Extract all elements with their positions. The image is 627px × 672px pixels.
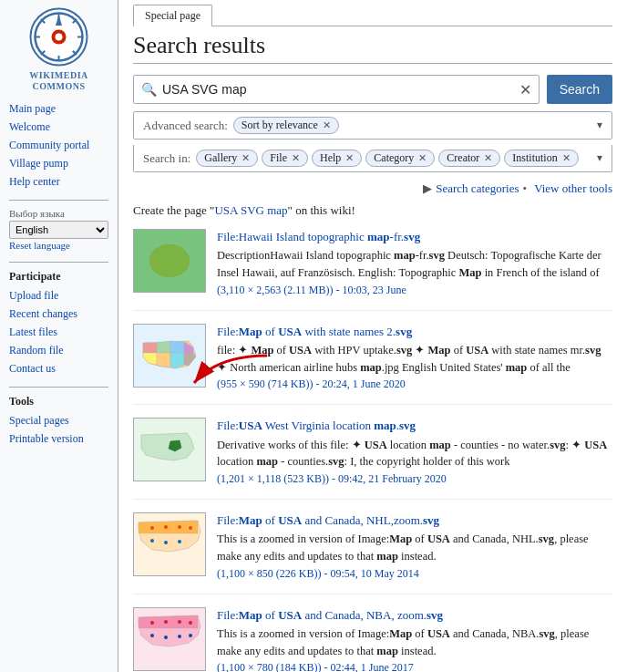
remove-file-tag[interactable]: ✕ bbox=[292, 152, 300, 164]
remove-help-tag[interactable]: ✕ bbox=[345, 152, 354, 164]
category-tag-label: Category bbox=[374, 151, 414, 165]
tab-bar: Special page bbox=[133, 0, 612, 26]
creator-tag-label: Creator bbox=[447, 151, 479, 165]
svg-point-34 bbox=[178, 540, 181, 543]
reset-language-link[interactable]: Reset language bbox=[9, 240, 70, 251]
result-desc-2: file: ✦ Map of USA with HPV uptake.svg ✦… bbox=[217, 342, 612, 377]
category-tag[interactable]: Category ✕ bbox=[365, 150, 435, 167]
search-input[interactable] bbox=[162, 82, 519, 97]
advanced-expand-icon[interactable]: ▾ bbox=[597, 119, 602, 132]
create-query-link[interactable]: USA SVG map bbox=[214, 203, 287, 217]
gallery-tag[interactable]: Gallery ✕ bbox=[196, 150, 258, 167]
search-categories-link[interactable]: Search categories bbox=[436, 181, 519, 196]
file-tag-label: File bbox=[270, 151, 287, 165]
file-tag[interactable]: File ✕ bbox=[262, 150, 308, 167]
create-suffix: " on this wiki! bbox=[288, 203, 355, 217]
result-thumbnail bbox=[133, 607, 206, 671]
sort-tag-label: Sort by relevance bbox=[242, 119, 318, 132]
result-item: File:Map of USA with state names 2.svg f… bbox=[133, 324, 612, 406]
sidebar-item-recent[interactable]: Recent changes bbox=[9, 305, 108, 323]
tools-separator: • bbox=[523, 181, 528, 196]
search-in-label: Search in: bbox=[143, 151, 190, 166]
result-meta-1: (3,110 × 2,563 (2.11 MB)) - 10:03, 23 Ju… bbox=[217, 284, 612, 297]
hawaii-map-thumb bbox=[134, 230, 205, 292]
result-body: File:USA West Virginia location map.svg … bbox=[217, 418, 612, 486]
remove-gallery-tag[interactable]: ✕ bbox=[242, 152, 250, 164]
institution-tag-label: Institution bbox=[512, 151, 557, 165]
sidebar-item-random[interactable]: Random file bbox=[9, 341, 108, 359]
clear-search-icon[interactable]: ✕ bbox=[519, 81, 531, 98]
create-prefix: Create the page " bbox=[133, 203, 214, 217]
svg-point-39 bbox=[189, 621, 192, 625]
advanced-search-row: Advanced search: Sort by relevance ✕ ▾ bbox=[133, 111, 612, 140]
result-body: File:Map of USA with state names 2.svg f… bbox=[217, 324, 612, 392]
result-title-5[interactable]: File:Map of USA and Canada, NBA, zoom.sv… bbox=[217, 607, 612, 624]
remove-creator-tag[interactable]: ✕ bbox=[484, 152, 492, 164]
result-thumbnail bbox=[133, 418, 206, 481]
language-section: Выбор языка English Reset language bbox=[9, 208, 108, 253]
result-item: File:USA West Virginia location map.svg … bbox=[133, 418, 612, 500]
svg-point-29 bbox=[164, 525, 168, 529]
sidebar-item-upload[interactable]: Upload file bbox=[9, 286, 108, 305]
sidebar-item-welcome[interactable]: Welcome bbox=[9, 118, 108, 136]
result-desc-3: Derivative works of this file: ✦ USA loc… bbox=[217, 437, 612, 471]
result-desc-1: DescriptionHawaii Island topographic map… bbox=[217, 247, 612, 282]
result-meta-4: (1,100 × 850 (226 KB)) - 09:54, 10 May 2… bbox=[217, 567, 612, 581]
sidebar-item-printable[interactable]: Printable version bbox=[9, 429, 108, 448]
svg-point-43 bbox=[189, 634, 192, 637]
result-item: File:Map of USA and Canada, NHL,zoom.svg… bbox=[133, 512, 612, 594]
sidebar-item-help[interactable]: Help center bbox=[9, 172, 108, 191]
wikimedia-logo bbox=[29, 7, 88, 67]
main-nav: Main page Welcome Community portal Villa… bbox=[9, 99, 108, 191]
search-icon: 🔍 bbox=[141, 82, 157, 98]
institution-tag[interactable]: Institution ✕ bbox=[504, 150, 578, 167]
tools-heading: Tools bbox=[9, 395, 108, 408]
help-tag-label: Help bbox=[320, 151, 341, 165]
logo: Wikimedia Commons bbox=[9, 7, 108, 92]
result-desc-4: This is a zoomed in version of Image:Map… bbox=[217, 531, 612, 565]
search-in-row: Search in: Gallery ✕ File ✕ Help ✕ Categ… bbox=[133, 145, 612, 172]
sidebar-item-village[interactable]: Village pump bbox=[9, 154, 108, 172]
sidebar-item-main-page[interactable]: Main page bbox=[9, 99, 108, 118]
sort-by-relevance-tag[interactable]: Sort by relevance ✕ bbox=[233, 117, 339, 134]
results-container: File:Hawaii Island topographic map-fr.sv… bbox=[133, 229, 612, 672]
sidebar: Wikimedia Commons Main page Welcome Comm… bbox=[0, 0, 118, 672]
tools-row: ▶ Search categories • View other tools bbox=[133, 181, 612, 196]
view-other-tools-link[interactable]: View other tools bbox=[534, 181, 612, 196]
gallery-tag-label: Gallery bbox=[204, 151, 237, 165]
creator-tag[interactable]: Creator ✕ bbox=[438, 150, 500, 167]
sidebar-item-latest[interactable]: Latest files bbox=[9, 323, 108, 341]
result-title-3[interactable]: File:USA West Virginia location map.svg bbox=[217, 418, 612, 434]
svg-point-28 bbox=[150, 526, 154, 530]
sidebar-item-contact[interactable]: Contact us bbox=[9, 359, 108, 377]
result-thumbnail bbox=[133, 512, 206, 576]
svg-point-30 bbox=[178, 525, 181, 529]
canada-nhl-map-thumb bbox=[134, 513, 205, 575]
language-select[interactable]: English bbox=[9, 221, 108, 239]
remove-institution-tag[interactable]: ✕ bbox=[562, 152, 570, 164]
sidebar-item-special-pages[interactable]: Special pages bbox=[9, 411, 108, 429]
search-bar: 🔍 ✕ bbox=[133, 75, 540, 104]
search-in-expand-icon[interactable]: ▾ bbox=[597, 151, 602, 165]
remove-category-tag[interactable]: ✕ bbox=[418, 152, 427, 164]
participate-heading: Participate bbox=[9, 270, 108, 284]
result-meta-3: (1,201 × 1,118 (523 KB)) - 09:42, 21 Feb… bbox=[217, 472, 612, 486]
svg-point-32 bbox=[150, 539, 154, 543]
search-button[interactable]: Search bbox=[547, 75, 612, 104]
svg-point-31 bbox=[189, 526, 192, 530]
svg-point-36 bbox=[150, 621, 154, 625]
create-notice: Create the page "USA SVG map" on this wi… bbox=[133, 203, 612, 218]
result-title-2[interactable]: File:Map of USA with state names 2.svg bbox=[217, 324, 612, 340]
help-tag[interactable]: Help ✕ bbox=[312, 150, 362, 167]
result-body: File:Map of USA and Canada, NHL,zoom.svg… bbox=[217, 512, 612, 581]
sidebar-item-community[interactable]: Community portal bbox=[9, 136, 108, 154]
remove-sort-tag[interactable]: ✕ bbox=[323, 119, 331, 131]
main-content: Special page Search results 🔍 ✕ Search A… bbox=[118, 0, 627, 672]
result-title-4[interactable]: File:Map of USA and Canada, NHL,zoom.svg bbox=[217, 512, 612, 529]
tools-section: Tools Special pages Printable version bbox=[9, 395, 108, 448]
wv-map-thumb bbox=[134, 419, 205, 481]
result-body: File:Hawaii Island topographic map-fr.sv… bbox=[217, 229, 612, 297]
result-title-1[interactable]: File:Hawaii Island topographic map-fr.sv… bbox=[217, 229, 612, 245]
tab-special-page[interactable]: Special page bbox=[133, 5, 212, 26]
svg-point-42 bbox=[178, 635, 181, 638]
